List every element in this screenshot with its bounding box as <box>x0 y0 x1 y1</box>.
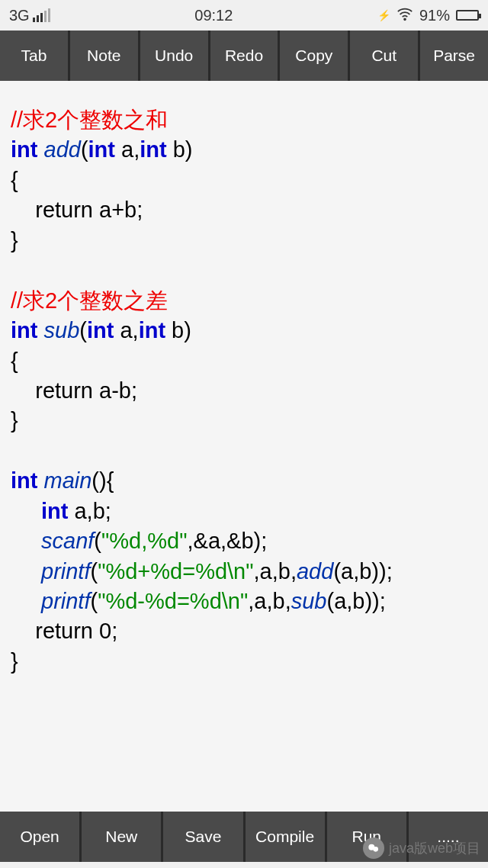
watermark: java版web项目 <box>363 837 480 859</box>
new-button[interactable]: New <box>82 812 161 862</box>
redo-button[interactable]: Redo <box>210 31 278 81</box>
svg-point-0 <box>404 18 406 20</box>
open-button[interactable]: Open <box>0 812 79 862</box>
svg-point-2 <box>373 847 378 852</box>
charging-icon: ⚡ <box>377 9 390 21</box>
status-bar: 3G 09:12 ⚡ 91% <box>0 0 488 31</box>
status-right: ⚡ 91% <box>377 5 479 26</box>
battery-icon <box>456 10 479 21</box>
copy-button[interactable]: Copy <box>280 31 348 81</box>
network-label: 3G <box>9 7 30 24</box>
signal-icon <box>33 8 50 22</box>
parse-button[interactable]: Parse <box>420 31 488 81</box>
cut-button[interactable]: Cut <box>350 31 418 81</box>
status-left: 3G <box>9 7 50 24</box>
watermark-text: java版web项目 <box>389 839 480 857</box>
save-button[interactable]: Save <box>163 812 242 862</box>
note-button[interactable]: Note <box>70 31 138 81</box>
code-comment: //求2个整数之差 <box>11 288 168 313</box>
tab-button[interactable]: Tab <box>0 31 68 81</box>
clock: 09:12 <box>194 7 233 24</box>
wifi-icon <box>396 5 413 26</box>
compile-button[interactable]: Compile <box>246 812 325 862</box>
code-editor[interactable]: //求2个整数之和 int add(int a,int b) { return … <box>0 81 488 812</box>
battery-percent: 91% <box>419 7 450 24</box>
wechat-icon <box>363 837 384 859</box>
undo-button[interactable]: Undo <box>140 31 208 81</box>
top-toolbar: Tab Note Undo Redo Copy Cut Parse <box>0 31 488 81</box>
code-comment: //求2个整数之和 <box>11 108 168 132</box>
bottom-toolbar: Open New Save Compile Run ..... java版web… <box>0 812 488 862</box>
